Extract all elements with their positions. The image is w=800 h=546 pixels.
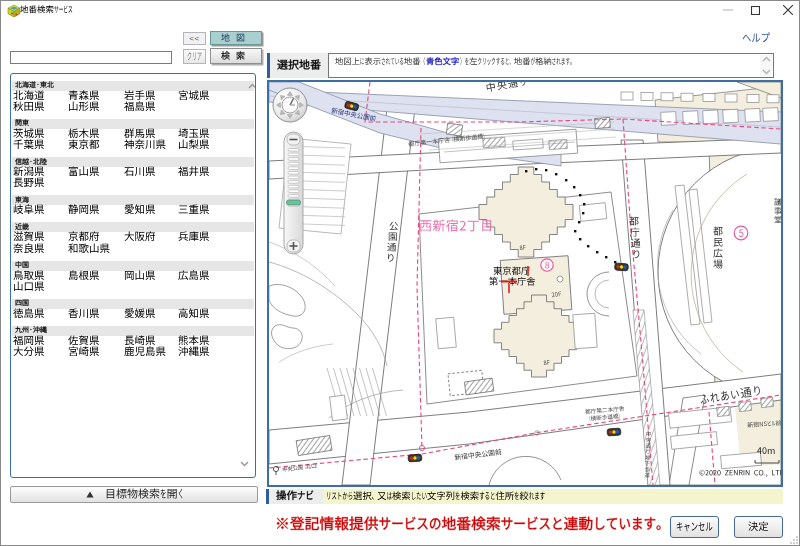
prefecture-row: 大分県宮崎県鹿児島県沖縄県	[11, 347, 255, 358]
prefecture-row: 奈良県和歌山県	[11, 244, 255, 255]
prefecture-row: 長野県	[11, 178, 255, 189]
ok-button[interactable]: 決定	[734, 516, 783, 538]
app-icon	[7, 4, 21, 18]
app-window: 地番検索サービス<<地図クリア検索北海道・東北北海道青森県岩手県宮城県秋田県山形…	[0, 0, 800, 546]
prefecture-item[interactable]: 大分県	[13, 346, 45, 377]
map-button[interactable]: 地図	[210, 31, 262, 45]
collapse-panel-button[interactable]: <<	[183, 32, 206, 45]
maximize-button[interactable]	[740, 1, 770, 19]
prefecture-item[interactable]: 宮崎県	[68, 346, 100, 377]
nav-text: リストから選択、又は検索したい文字列を検索すると住所を絞れます	[323, 489, 783, 504]
triangle-up-icon	[86, 491, 94, 498]
prefecture-row: 秋田県山形県福島県	[11, 102, 255, 113]
search-button[interactable]: 検索	[210, 48, 262, 64]
list-scroll-up-icon[interactable]	[248, 83, 256, 89]
prefecture-item[interactable]: 沖縄県	[178, 346, 210, 377]
prefecture-row: 鳥取県島根県岡山県広島県	[11, 271, 255, 282]
instruction-text: 地図上に表示されている地番（青色文字）を左クリックすると、地番が格納されます。	[335, 57, 575, 67]
prefecture-item[interactable]: 鹿児島県	[124, 346, 166, 377]
prefecture-row: 千葉県東京都神奈川県山梨県	[11, 140, 255, 151]
map-zoom-slider[interactable]	[281, 131, 305, 255]
map-compass-control[interactable]	[271, 86, 311, 126]
cancel-button[interactable]: キャンセル	[670, 516, 719, 538]
titlebar: 地番検索サービス	[1, 1, 799, 19]
window-title: 地番検索サービス	[20, 5, 73, 33]
prefecture-row: 岐阜県静岡県愛知県三重県	[11, 205, 255, 216]
landmark-search-button[interactable]: 目標物検索を開く▲	[10, 486, 258, 503]
selected-chiban-box[interactable]: 地図上に表示されている地番（青色文字）を左クリックすると、地番が格納されます。	[328, 53, 774, 78]
clear-button[interactable]: クリア	[183, 49, 206, 64]
instruction-scrollbar[interactable]	[760, 55, 772, 76]
notice-text: ※登記情報提供サービスの地番検索サービスと連動しています。	[275, 516, 669, 546]
close-button[interactable]	[773, 1, 800, 19]
prefecture-row: 滋賀県京都府大阪府兵庫県	[11, 232, 255, 243]
resize-grip[interactable]	[790, 536, 798, 544]
selected-chiban-label: 選択地番	[270, 53, 328, 78]
prefecture-list[interactable]: 北海道・東北北海道青森県岩手県宮城県秋田県山形県福島県関東茨城県栃木県群馬県埼玉…	[10, 73, 256, 478]
list-scroll-down-icon[interactable]	[240, 461, 249, 467]
collapse-panel-label: <<	[189, 34, 199, 43]
nav-label: 操作ナビ	[269, 489, 323, 504]
prefecture-row: 徳島県香川県愛媛県高知県	[11, 309, 255, 320]
map-viewport[interactable]: 中央通り公園通り都庁通りふれあい通り西新宿2丁目東京都庁第一本庁舎都民広場議事堂…	[267, 80, 783, 487]
prefecture-row: 山口県	[11, 282, 255, 293]
search-input[interactable]	[10, 51, 172, 64]
prefecture-row: 新潟県富山県石川県福井県	[11, 167, 255, 178]
minimize-button[interactable]	[713, 1, 743, 19]
